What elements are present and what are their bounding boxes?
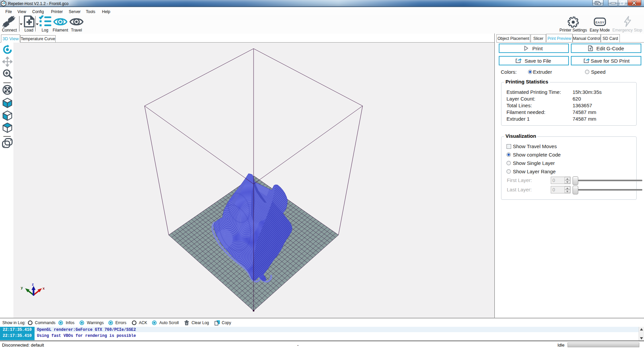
svg-text:z: z — [32, 282, 34, 286]
svg-text:y: y — [21, 286, 23, 290]
svg-text:x: x — [43, 286, 45, 290]
svg-text:EASY: EASY — [595, 21, 604, 24]
